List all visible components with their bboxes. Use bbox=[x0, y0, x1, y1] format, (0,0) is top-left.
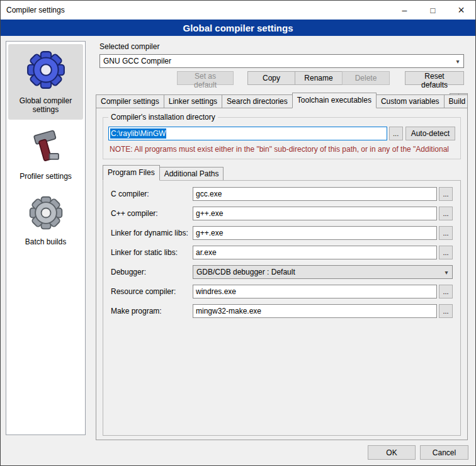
static-linker-input[interactable] bbox=[193, 246, 437, 259]
sidebar-item-profiler-settings[interactable]: Profiler settings bbox=[8, 122, 83, 186]
static-linker-row: Linker for static libs: ... bbox=[111, 246, 453, 259]
debugger-label: Debugger: bbox=[111, 268, 193, 276]
cpp-compiler-browse-button[interactable]: ... bbox=[439, 207, 453, 220]
sidebar-item-global-compiler-settings[interactable]: Global compiler settings bbox=[8, 44, 83, 120]
tab-linker-settings[interactable]: Linker settings bbox=[164, 94, 222, 108]
chevron-down-icon: ▾ bbox=[452, 58, 463, 65]
tab-program-files[interactable]: Program Files bbox=[103, 165, 160, 181]
debugger-select[interactable]: GDB/CDB debugger : Default ▾ bbox=[193, 265, 453, 279]
cpp-compiler-input[interactable] bbox=[193, 207, 437, 220]
chevron-down-icon: ▾ bbox=[441, 269, 452, 276]
tab-compiler-settings[interactable]: Compiler settings bbox=[96, 94, 164, 108]
installation-directory-group-title: Compiler's installation directory bbox=[108, 113, 218, 122]
program-files-tabstrip: Program Files Additional Paths bbox=[103, 166, 461, 180]
debugger-select-value: GDB/CDB debugger : Default bbox=[193, 268, 441, 276]
dynamic-linker-input[interactable] bbox=[193, 226, 437, 240]
settings-tabstrip: Compiler settings Linker settings Search… bbox=[96, 93, 468, 108]
installation-directory-row: C:\raylib\MinGW ... Auto-detect bbox=[108, 127, 455, 140]
static-linker-browse-button[interactable]: ... bbox=[439, 246, 453, 259]
debugger-row: Debugger: GDB/CDB debugger : Default ▾ bbox=[111, 265, 453, 279]
tab-toolchain-executables[interactable]: Toolchain executables bbox=[292, 93, 377, 108]
c-compiler-row: C compiler: ... bbox=[111, 187, 453, 201]
maximize-icon: □ bbox=[431, 6, 436, 15]
set-as-default-button: Set as default bbox=[177, 71, 234, 85]
make-program-input[interactable] bbox=[193, 304, 437, 318]
ok-button[interactable]: OK bbox=[368, 445, 416, 460]
cancel-button[interactable]: Cancel bbox=[420, 445, 468, 460]
sidebar-item-batch-builds[interactable]: Batch builds bbox=[8, 189, 83, 252]
dynamic-linker-label: Linker for dynamic libs: bbox=[111, 229, 193, 237]
resource-compiler-label: Resource compiler: bbox=[111, 287, 193, 296]
tab-build-options[interactable]: Build bbox=[444, 94, 468, 108]
cpp-compiler-label: C++ compiler: bbox=[111, 209, 193, 218]
static-linker-label: Linker for static libs: bbox=[111, 248, 193, 257]
install-dir-input[interactable]: C:\raylib\MinGW bbox=[108, 127, 387, 140]
gray-gears-icon bbox=[26, 194, 65, 232]
settings-category-sidebar: Global compiler settings Profiler settin… bbox=[6, 41, 86, 435]
caption-buttons: – □ × bbox=[390, 1, 475, 20]
installation-directory-group: Compiler's installation directory C:\ray… bbox=[103, 117, 461, 159]
compiler-select[interactable]: GNU GCC Compiler ▾ bbox=[99, 54, 464, 68]
c-compiler-browse-button[interactable]: ... bbox=[439, 187, 453, 201]
selected-compiler-label: Selected compiler bbox=[99, 42, 472, 51]
rename-button[interactable]: Rename bbox=[295, 71, 343, 85]
copy-button[interactable]: Copy bbox=[247, 71, 295, 85]
tab-additional-paths[interactable]: Additional Paths bbox=[159, 167, 224, 180]
toolchain-executables-panel: Compiler's installation directory C:\ray… bbox=[96, 108, 468, 440]
close-button[interactable]: × bbox=[447, 1, 475, 20]
minimize-icon: – bbox=[402, 5, 407, 15]
cpp-compiler-row: C++ compiler: ... bbox=[111, 207, 453, 220]
sidebar-item-label: Profiler settings bbox=[20, 172, 72, 181]
sidebar-item-label: Global compiler settings bbox=[9, 96, 82, 114]
dynamic-linker-browse-button[interactable]: ... bbox=[439, 226, 453, 240]
main-content: Selected compiler GNU GCC Compiler ▾ Set… bbox=[92, 37, 472, 444]
minimize-button[interactable]: – bbox=[390, 1, 419, 20]
install-dir-browse-button[interactable]: ... bbox=[389, 127, 403, 140]
profiler-tool-icon bbox=[28, 127, 64, 166]
tab-search-directories[interactable]: Search directories bbox=[222, 94, 293, 108]
make-program-browse-button[interactable]: ... bbox=[439, 304, 453, 318]
page-title: Global compiler settings bbox=[1, 20, 475, 36]
maximize-button[interactable]: □ bbox=[419, 1, 447, 20]
window-title: Compiler settings bbox=[1, 6, 65, 14]
delete-button: Delete bbox=[342, 71, 390, 85]
compiler-actions: Set as default Copy Rename Delete Reset … bbox=[99, 71, 464, 85]
compiler-settings-window: { "window": { "title": "Compiler setting… bbox=[0, 0, 476, 466]
title-bar: Compiler settings – □ × bbox=[1, 1, 475, 20]
program-files-panel: C compiler: ... C++ compiler: ... Linker… bbox=[103, 180, 461, 436]
make-program-label: Make program: bbox=[111, 307, 193, 315]
reset-defaults-button[interactable]: Reset defaults bbox=[405, 71, 464, 85]
c-compiler-input[interactable] bbox=[193, 187, 437, 201]
tab-custom-variables[interactable]: Custom variables bbox=[376, 94, 445, 108]
auto-detect-button[interactable]: Auto-detect bbox=[405, 127, 455, 140]
bin-subdirectory-note: NOTE: All programs must exist either in … bbox=[110, 145, 455, 154]
dynamic-linker-row: Linker for dynamic libs: ... bbox=[111, 226, 453, 240]
resource-compiler-input[interactable] bbox=[193, 285, 437, 298]
compiler-select-value: GNU GCC Compiler bbox=[100, 57, 452, 65]
close-icon: × bbox=[458, 4, 465, 17]
sidebar-item-label: Batch builds bbox=[25, 237, 66, 246]
c-compiler-label: C compiler: bbox=[111, 190, 193, 198]
make-program-row: Make program: ... bbox=[111, 304, 453, 318]
gear-icon bbox=[24, 49, 68, 91]
resource-compiler-browse-button[interactable]: ... bbox=[439, 285, 453, 298]
install-dir-selected-text: C:\raylib\MinGW bbox=[110, 128, 166, 139]
resource-compiler-row: Resource compiler: ... bbox=[111, 285, 453, 298]
